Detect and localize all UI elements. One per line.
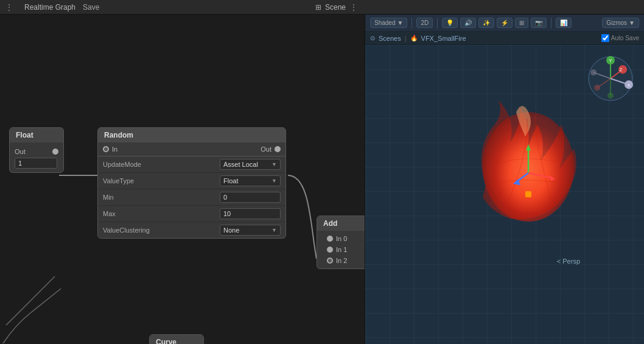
update-mode-value: Asset Local bbox=[223, 161, 258, 168]
scene-dots-icon[interactable]: ⋮ bbox=[349, 2, 359, 12]
vfx-icon: 🔥 bbox=[410, 35, 418, 41]
shading-btn[interactable]: Shaded ▼ bbox=[370, 18, 407, 28]
add-node-title: Add bbox=[323, 219, 337, 228]
random-in-out-row: In Out bbox=[98, 142, 285, 156]
realtime-graph-dots-icon[interactable]: ⋮ bbox=[5, 2, 15, 12]
realtime-graph-title: Realtime Graph bbox=[24, 3, 75, 12]
value-clustering-row: ValueClustering None ▼ bbox=[98, 222, 285, 238]
sep2 bbox=[437, 18, 438, 29]
sep3 bbox=[551, 18, 551, 29]
random-out-port[interactable] bbox=[275, 146, 281, 152]
max-label: Max bbox=[103, 210, 116, 217]
node-editor: Float Out Random In bbox=[0, 15, 365, 344]
add-in0-port[interactable] bbox=[327, 236, 333, 242]
random-in-port[interactable] bbox=[103, 146, 109, 152]
top-bar: ⋮ Realtime Graph Save ⊞ Scene ⋮ bbox=[0, 0, 644, 15]
axis-gizmo: Z Y x bbox=[586, 54, 635, 103]
svg-point-14 bbox=[594, 85, 600, 91]
add-in2-label: In 2 bbox=[336, 257, 347, 264]
float-node-header: Float bbox=[10, 128, 63, 142]
add-in1-port[interactable] bbox=[327, 247, 333, 253]
persp-text: < Persp bbox=[557, 258, 580, 265]
scene-canvas: Z Y x bbox=[365, 45, 644, 344]
stats-icon-btn[interactable]: 📊 bbox=[556, 18, 572, 28]
float-node: Float Out bbox=[9, 127, 64, 173]
min-label: Min bbox=[103, 194, 114, 201]
breadcrumb-scenes[interactable]: Scenes bbox=[379, 35, 401, 42]
random-node: Random In Out UpdateMode Asset Local ▼ bbox=[97, 127, 286, 239]
sep1 bbox=[411, 18, 412, 29]
autosave-label: Auto Save bbox=[611, 35, 639, 41]
svg-rect-8 bbox=[525, 191, 531, 197]
max-row: Max bbox=[98, 206, 285, 222]
float-node-title: Float bbox=[16, 131, 33, 139]
float-value-input[interactable] bbox=[15, 158, 57, 169]
grid-icon-btn[interactable]: ⊞ bbox=[515, 18, 528, 28]
max-input[interactable] bbox=[220, 208, 281, 219]
add-in0-row: In 0 bbox=[322, 233, 365, 244]
min-row: Min bbox=[98, 189, 285, 206]
autosave-badge: Auto Save bbox=[601, 34, 639, 42]
value-type-row: ValueType Float ▼ bbox=[98, 173, 285, 189]
camera-icon-btn[interactable]: 📷 bbox=[531, 18, 547, 28]
breadcrumb-sep: | bbox=[405, 35, 407, 42]
save-menu[interactable]: Save bbox=[83, 3, 99, 12]
add-in1-row: In 1 bbox=[322, 244, 365, 255]
curve-node: Curve bbox=[149, 334, 204, 344]
value-type-arrow: ▼ bbox=[271, 178, 277, 184]
update-mode-row: UpdateMode Asset Local ▼ bbox=[98, 156, 285, 173]
value-clustering-dropdown[interactable]: None ▼ bbox=[220, 225, 281, 236]
value-clustering-arrow: ▼ bbox=[271, 227, 277, 233]
add-node: Add In 0 In 1 In 2 bbox=[317, 216, 365, 269]
min-input[interactable] bbox=[220, 192, 281, 203]
update-mode-arrow: ▼ bbox=[271, 161, 277, 167]
random-in-label: In bbox=[112, 146, 117, 153]
scene-breadcrumb: ⊙ Scenes | 🔥 VFX_SmallFire Auto Save bbox=[365, 32, 644, 45]
view2d-btn[interactable]: 2D bbox=[416, 18, 433, 28]
random-node-title: Random bbox=[104, 131, 133, 139]
add-in1-label: In 1 bbox=[336, 246, 347, 253]
value-clustering-label: ValueClustering bbox=[103, 226, 150, 234]
value-type-label: ValueType bbox=[103, 177, 134, 184]
shading-label: Shaded bbox=[374, 19, 395, 26]
gizmos-btn[interactable]: Gizmos ▼ bbox=[602, 18, 639, 28]
float-out-label: Out bbox=[15, 148, 26, 155]
gizmos-label: Gizmos bbox=[606, 19, 627, 26]
svg-text:Z: Z bbox=[620, 67, 623, 72]
shading-arrow: ▼ bbox=[397, 19, 403, 26]
add-in2-row: In 2 bbox=[322, 255, 365, 266]
value-clustering-value: None bbox=[223, 226, 239, 234]
add-in0-label: In 0 bbox=[336, 235, 347, 242]
float-out-port[interactable] bbox=[52, 149, 58, 155]
main-area: Float Out Random In bbox=[0, 15, 644, 344]
svg-point-19 bbox=[607, 93, 614, 99]
curve-node-title: Curve bbox=[156, 338, 177, 344]
curve-node-header: Curve bbox=[150, 335, 203, 344]
scene-icon: ⊙ bbox=[370, 35, 375, 41]
update-mode-label: UpdateMode bbox=[103, 161, 141, 168]
svg-text:x: x bbox=[628, 82, 630, 88]
scene-toolbar: Shaded ▼ 2D 💡 🔊 ✨ ⚡ ⊞ 📷 📊 Gizmos ▼ bbox=[365, 15, 644, 32]
add-node-header: Add bbox=[317, 216, 365, 231]
random-out-label: Out bbox=[261, 146, 271, 153]
breadcrumb-vfx[interactable]: VFX_SmallFire bbox=[421, 35, 466, 42]
fire-mesh bbox=[461, 63, 595, 234]
effects-icon-btn[interactable]: ✨ bbox=[478, 18, 494, 28]
sound-icon-btn[interactable]: 🔊 bbox=[460, 18, 476, 28]
persp-label: < Persp bbox=[557, 258, 580, 265]
autosave-checkbox[interactable] bbox=[601, 34, 609, 42]
gizmos-arrow: ▼ bbox=[629, 19, 635, 26]
value-type-value: Float bbox=[223, 177, 238, 184]
svg-point-24 bbox=[590, 69, 597, 75]
random-node-header: Random bbox=[98, 128, 285, 142]
scene-header-title: Scene bbox=[325, 3, 346, 12]
view2d-label: 2D bbox=[421, 19, 429, 26]
update-mode-dropdown[interactable]: Asset Local ▼ bbox=[220, 159, 281, 170]
value-type-dropdown[interactable]: Float ▼ bbox=[220, 175, 281, 186]
grid-icon: ⊞ bbox=[315, 3, 321, 12]
particles-icon-btn[interactable]: ⚡ bbox=[497, 18, 513, 28]
add-in2-port[interactable] bbox=[327, 258, 333, 264]
light-icon-btn[interactable]: 💡 bbox=[442, 18, 458, 28]
scene-view: Shaded ▼ 2D 💡 🔊 ✨ ⚡ ⊞ 📷 📊 Gizmos ▼ bbox=[365, 15, 644, 344]
svg-text:Y: Y bbox=[609, 58, 612, 63]
